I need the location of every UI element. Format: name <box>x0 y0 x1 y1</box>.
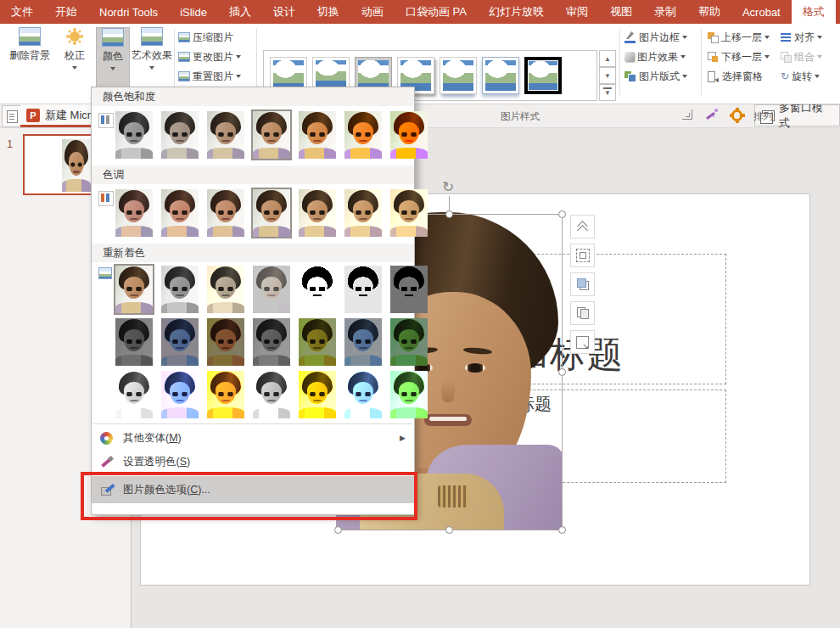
picture-layout-button[interactable]: 图片版式 <box>624 68 687 85</box>
reset-picture-button[interactable]: 重置图片 <box>178 68 241 85</box>
saturation-variant-thumbnail[interactable] <box>160 109 200 160</box>
recolor-variant-thumbnail[interactable] <box>114 369 154 420</box>
layer-order-button[interactable] <box>570 272 595 296</box>
more-variants-menu-item[interactable]: 其他变体(M) ▶ <box>92 427 414 449</box>
recolor-variant-thumbnail[interactable] <box>389 369 429 420</box>
remove-background-button[interactable]: 删除背景 <box>5 27 54 102</box>
recolor-variant-thumbnail[interactable] <box>251 369 292 420</box>
saturation-variant-thumbnail[interactable] <box>251 109 292 160</box>
tone-variant-thumbnail[interactable] <box>114 188 154 238</box>
saturation-variant-thumbnail[interactable] <box>297 109 338 160</box>
recolor-variant-thumbnail[interactable] <box>160 317 200 367</box>
picture-styles-group-label: 图片样式 <box>501 110 540 123</box>
magic-wand-icon[interactable] <box>704 109 718 122</box>
ribbon-tab[interactable]: 文件 <box>0 0 44 24</box>
resize-handle-bottom-right[interactable] <box>558 526 566 534</box>
ribbon-tab[interactable]: 插入 <box>218 0 262 24</box>
resize-handle-top-right[interactable] <box>558 210 566 218</box>
resize-handle-bottom-left[interactable] <box>334 526 342 534</box>
recolor-variant-thumbnail[interactable] <box>205 317 246 367</box>
bring-forward-button[interactable]: 上移一层 <box>708 29 770 46</box>
powerpoint-window: 文件开始Nordri ToolsiSlide插入设计切换动画口袋动画 PA幻灯片… <box>0 0 840 628</box>
saturation-variant-thumbnail[interactable] <box>343 109 384 160</box>
saturation-variant-thumbnail[interactable] <box>389 109 429 160</box>
ribbon-tab[interactable]: 切换 <box>306 0 350 24</box>
recolor-variant-thumbnail[interactable] <box>389 264 429 315</box>
ribbon-tab[interactable]: iSlide <box>169 0 218 24</box>
ribbon-tab[interactable]: 设计 <box>262 0 306 24</box>
send-backward-button[interactable]: 下移一层 <box>708 48 770 65</box>
corrections-button[interactable]: 校正 <box>56 27 93 102</box>
group-button[interactable]: 组合 <box>781 48 822 65</box>
gallery-more-button[interactable]: ▼ <box>599 84 616 101</box>
copy-icon <box>577 307 589 319</box>
rotate-button[interactable]: ↻ 旋转 <box>781 68 820 85</box>
ribbon-tab[interactable]: 动画 <box>350 0 395 24</box>
gear-icon[interactable] <box>731 109 743 121</box>
collapse-toolbar-button[interactable] <box>570 215 595 238</box>
ribbon-tab[interactable]: 幻灯片放映 <box>478 0 555 24</box>
ribbon-tab[interactable]: 开始 <box>44 0 88 24</box>
remove-background-label: 删除背景 <box>9 48 50 63</box>
recolor-variant-thumbnail[interactable] <box>343 317 384 367</box>
transparent-color-icon <box>100 456 113 468</box>
resize-handle-top[interactable] <box>445 210 453 218</box>
picture-style-thumbnail[interactable] <box>524 57 562 94</box>
dropdown-caret <box>110 67 115 70</box>
resize-handle-bottom[interactable] <box>445 526 453 534</box>
ribbon-tab[interactable]: Nordri Tools <box>88 0 169 24</box>
picture-style-thumbnail[interactable] <box>482 57 519 94</box>
recolor-variant-thumbnail[interactable] <box>297 369 338 420</box>
ribbon-tab[interactable]: Acrobat <box>731 0 792 24</box>
picture-style-thumbnail[interactable] <box>440 57 477 94</box>
tone-variant-thumbnail[interactable] <box>297 188 338 238</box>
saturation-variant-thumbnail[interactable] <box>205 109 246 160</box>
saturation-variant-thumbnail[interactable] <box>114 109 154 160</box>
recolor-variant-thumbnail[interactable] <box>114 264 154 315</box>
recolor-variant-thumbnail[interactable] <box>297 317 338 367</box>
ribbon-tab[interactable]: 口袋动画 PA <box>395 0 478 24</box>
set-transparent-color-menu-item[interactable]: 设置透明色(S) <box>92 451 414 473</box>
tone-variant-thumbnail[interactable] <box>343 188 384 238</box>
tone-variant-thumbnail[interactable] <box>251 188 292 238</box>
recolor-variant-thumbnail[interactable] <box>205 264 246 315</box>
anchor-position-button[interactable] <box>570 244 595 267</box>
tone-variant-thumbnail[interactable] <box>205 188 246 238</box>
recolor-variant-thumbnail[interactable] <box>114 317 154 367</box>
rotation-handle[interactable]: ↻ <box>442 180 457 195</box>
saturation-section-header: 颜色饱和度 <box>92 87 414 106</box>
ribbon-tab[interactable]: 视图 <box>599 0 643 24</box>
duplicate-button[interactable] <box>570 301 595 325</box>
recolor-variant-thumbnail[interactable] <box>251 317 292 367</box>
recolor-variant-thumbnail[interactable] <box>251 264 292 315</box>
tone-variant-thumbnail[interactable] <box>160 188 200 238</box>
gallery-scroll-down-button[interactable]: ▼ <box>599 67 616 84</box>
change-picture-button[interactable]: 更改图片 <box>178 48 241 65</box>
switch-windows-button[interactable] <box>2 105 22 127</box>
ribbon-tab[interactable]: 录制 <box>643 0 687 24</box>
resize-handle-right[interactable] <box>558 368 566 376</box>
recolor-variant-thumbnail[interactable] <box>160 264 200 315</box>
ribbon-tab[interactable]: 格式 <box>792 0 836 24</box>
selection-pane-button[interactable]: 选择窗格 <box>708 68 765 85</box>
recolor-variant-thumbnail[interactable] <box>389 317 429 367</box>
ribbon-tab[interactable]: 帮助 <box>687 0 731 24</box>
gallery-scroll-up-button[interactable]: ▲ <box>599 50 616 67</box>
picture-border-icon <box>624 31 636 43</box>
recolor-gallery-row3 <box>92 369 414 418</box>
ribbon-tab[interactable]: 审阅 <box>555 0 599 24</box>
gallery-scroll-buttons: ▲ ▼ ▼ <box>599 50 616 101</box>
tone-variant-thumbnail[interactable] <box>389 188 429 238</box>
recolor-variant-thumbnail[interactable] <box>297 264 338 315</box>
align-button[interactable]: 对齐 <box>781 29 822 46</box>
resize-fill-button[interactable] <box>570 330 595 354</box>
compress-picture-button[interactable]: 压缩图片 <box>178 29 236 46</box>
picture-effects-button[interactable]: 图片效果 <box>624 48 686 65</box>
picture-border-button[interactable]: 图片边框 <box>624 29 687 46</box>
recolor-variant-thumbnail[interactable] <box>160 369 200 420</box>
picture-styles-dialog-launcher[interactable] <box>682 109 692 120</box>
artistic-effects-icon <box>141 27 163 46</box>
recolor-variant-thumbnail[interactable] <box>343 264 384 315</box>
recolor-variant-thumbnail[interactable] <box>343 369 384 420</box>
recolor-variant-thumbnail[interactable] <box>205 369 246 420</box>
